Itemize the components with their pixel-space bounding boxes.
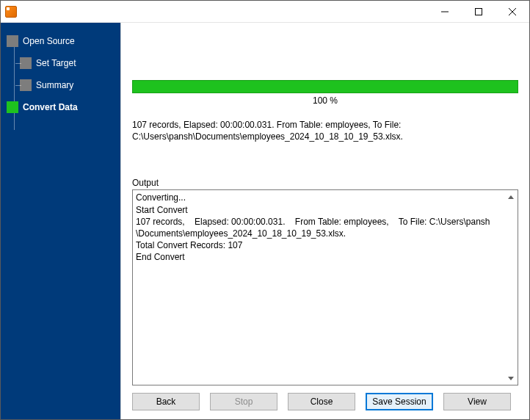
status-line: C:\Users\pansh\Documents\employees_2024_… bbox=[132, 131, 518, 142]
status-text: 107 records, Elapsed: 00:00:00.031. From… bbox=[132, 119, 518, 142]
step-icon bbox=[7, 101, 18, 113]
sidebar-item-summary[interactable]: Summary bbox=[20, 74, 117, 96]
status-line: 107 records, Elapsed: 00:00:00.031. From… bbox=[132, 119, 518, 131]
button-row: Back Stop Close Save Session View bbox=[132, 385, 518, 419]
window-controls bbox=[428, 1, 529, 22]
output-label: Output bbox=[132, 178, 518, 188]
step-icon bbox=[20, 79, 32, 91]
titlebar-left bbox=[1, 6, 21, 18]
progress-section: 100 % bbox=[132, 80, 518, 106]
sidebar-item-convert-data[interactable]: Convert Data bbox=[7, 96, 117, 118]
progress-bar bbox=[132, 80, 518, 93]
close-button[interactable]: Close bbox=[288, 393, 355, 410]
back-button[interactable]: Back bbox=[132, 393, 200, 410]
sidebar-item-label: Open Source bbox=[23, 36, 75, 46]
maximize-button[interactable] bbox=[462, 1, 495, 22]
close-window-button[interactable] bbox=[495, 1, 529, 22]
main-panel: 100 % 107 records, Elapsed: 00:00:00.031… bbox=[120, 23, 529, 419]
sidebar: Open Source Set Target Summary Convert D… bbox=[1, 23, 120, 419]
output-textarea[interactable]: Converting... Start Convert 107 records,… bbox=[132, 189, 518, 385]
sidebar-item-label: Convert Data bbox=[23, 102, 78, 112]
output-text: Converting... Start Convert 107 records,… bbox=[136, 192, 504, 263]
step-icon bbox=[7, 35, 18, 47]
sidebar-item-set-target[interactable]: Set Target bbox=[20, 52, 117, 74]
sidebar-item-label: Set Target bbox=[36, 58, 76, 68]
minimize-button[interactable] bbox=[428, 1, 462, 22]
scroll-up-icon[interactable] bbox=[506, 192, 516, 202]
save-session-button[interactable]: Save Session bbox=[366, 393, 433, 410]
progress-percent-label: 100 % bbox=[132, 95, 518, 106]
step-icon bbox=[20, 57, 32, 69]
titlebar bbox=[1, 1, 529, 23]
sidebar-item-open-source[interactable]: Open Source bbox=[7, 30, 117, 52]
app-icon bbox=[5, 6, 17, 18]
scroll-down-icon[interactable] bbox=[506, 373, 516, 383]
svg-rect-1 bbox=[476, 8, 482, 15]
sidebar-item-label: Summary bbox=[36, 80, 73, 90]
app-window: Open Source Set Target Summary Convert D… bbox=[0, 0, 530, 420]
stop-button: Stop bbox=[210, 393, 277, 410]
body: Open Source Set Target Summary Convert D… bbox=[1, 23, 529, 419]
output-section: Output Converting... Start Convert 107 r… bbox=[132, 178, 518, 385]
view-button[interactable]: View bbox=[443, 393, 511, 410]
